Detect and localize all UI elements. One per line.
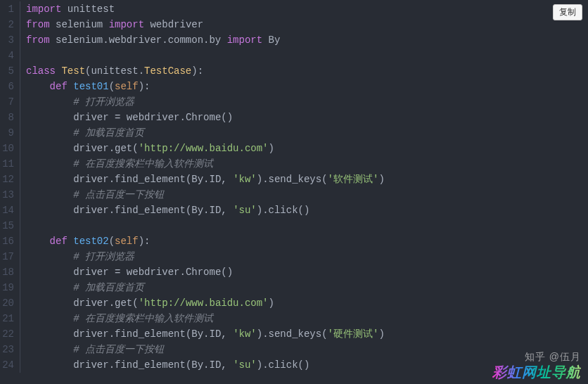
token-punct: ) [378, 174, 384, 185]
token-punct [26, 313, 73, 324]
token-attr: webdriver [127, 112, 180, 123]
token-punct: . [203, 328, 209, 340]
line-number: 23 [0, 342, 14, 357]
token-punct [26, 174, 73, 185]
token-punct [26, 297, 73, 309]
code-line: # 点击百度一下按钮 [26, 342, 588, 357]
token-punct: ). [257, 359, 269, 371]
line-number: 4 [0, 48, 14, 63]
line-number: 1 [0, 1, 14, 17]
token-punct [26, 205, 73, 216]
line-number: 13 [0, 187, 14, 203]
token-classname: TestCase [144, 65, 191, 77]
token-keyword: import [109, 19, 144, 30]
token-funcname: test02 [73, 236, 108, 247]
token-punct: ( [109, 81, 115, 92]
token-punct [68, 81, 73, 92]
token-punct: . [139, 65, 144, 77]
token-string: 'kw' [233, 174, 257, 185]
line-number: 19 [0, 280, 14, 295]
token-module: By [269, 34, 281, 46]
line-number: 6 [0, 79, 14, 94]
line-number: 17 [0, 249, 14, 264]
token-punct [50, 19, 56, 30]
token-punct: . [109, 205, 115, 216]
code-line: # 在百度搜索栏中输入软件测试 [26, 311, 588, 326]
token-punct: () [298, 359, 310, 371]
code-line: # 在百度搜索栏中输入软件测试 [26, 156, 588, 172]
token-punct [61, 4, 67, 15]
token-string: 'http://www.baidu.com' [139, 143, 269, 154]
token-attr: driver [73, 205, 108, 216]
code-content[interactable]: import unittestfrom selenium import webd… [26, 1, 588, 373]
code-line: class Test(unittest.TestCase): [26, 63, 588, 79]
token-method: send_keys [269, 328, 322, 340]
code-line: driver.find_element(By.ID, 'kw').send_ke… [26, 172, 588, 187]
token-param: self [115, 236, 139, 247]
token-comment: # 加载百度首页 [73, 282, 144, 293]
token-attr: By [191, 328, 203, 340]
token-string: 'su' [233, 359, 257, 371]
token-punct [26, 143, 73, 154]
token-attr: ID [210, 174, 222, 185]
token-punct: , [221, 205, 233, 216]
token-punct: . [109, 297, 115, 309]
token-punct [26, 267, 73, 278]
code-block: 123456789101112131415161718192021222324 … [0, 0, 588, 373]
copy-button[interactable]: 复制 [553, 4, 582, 20]
token-keyword: from [26, 19, 50, 30]
token-punct [26, 236, 50, 247]
token-punct [262, 34, 268, 46]
token-method: find_element [115, 328, 186, 340]
code-line: # 打开浏览器 [26, 94, 588, 110]
token-method: get [115, 143, 132, 154]
line-number: 9 [0, 125, 14, 141]
token-punct: ( [132, 143, 138, 154]
token-attr: driver [73, 297, 108, 309]
line-number: 18 [0, 264, 14, 280]
token-attr: webdriver [127, 267, 180, 278]
code-line: # 点击百度一下按钮 [26, 187, 588, 203]
token-punct [26, 359, 73, 371]
line-number: 5 [0, 63, 14, 79]
token-module: selenium [56, 19, 103, 30]
code-line [26, 218, 588, 233]
token-punct: () [221, 267, 233, 278]
token-comment: # 在百度搜索栏中输入软件测试 [73, 313, 213, 324]
token-punct: ( [109, 236, 115, 247]
code-line: import unittest [26, 1, 588, 17]
token-punct [50, 34, 56, 46]
token-punct: ( [321, 328, 327, 340]
token-punct: ): [191, 65, 203, 77]
token-method: find_element [115, 359, 186, 371]
token-attr: ID [210, 205, 222, 216]
line-number-gutter: 123456789101112131415161718192021222324 [0, 1, 20, 373]
token-punct: . [203, 359, 209, 371]
line-number: 24 [0, 357, 14, 373]
token-module: unittest [91, 65, 138, 77]
token-comment: # 打开浏览器 [73, 251, 134, 262]
token-punct: ) [378, 328, 384, 340]
token-comment: # 打开浏览器 [73, 96, 134, 108]
token-keyword: def [50, 81, 68, 92]
token-comment: # 在百度搜索栏中输入软件测试 [73, 158, 213, 169]
token-method: Chrome [186, 267, 221, 278]
token-punct: () [298, 205, 310, 216]
line-number: 10 [0, 141, 14, 156]
code-line [26, 48, 588, 63]
token-punct: ). [257, 205, 269, 216]
token-module: webdriver [150, 19, 203, 30]
line-number: 14 [0, 203, 14, 218]
token-punct: . [179, 112, 185, 123]
token-string: 'su' [233, 205, 257, 216]
token-module: unittest [68, 4, 115, 15]
token-punct: ( [132, 297, 138, 309]
token-attr: By [191, 174, 203, 185]
token-funcname: test01 [73, 81, 108, 92]
token-punct: . [109, 359, 115, 371]
line-number: 16 [0, 233, 14, 249]
token-keyword: import [26, 4, 61, 15]
line-number: 11 [0, 156, 14, 172]
line-number: 22 [0, 326, 14, 342]
code-line: # 打开浏览器 [26, 249, 588, 264]
